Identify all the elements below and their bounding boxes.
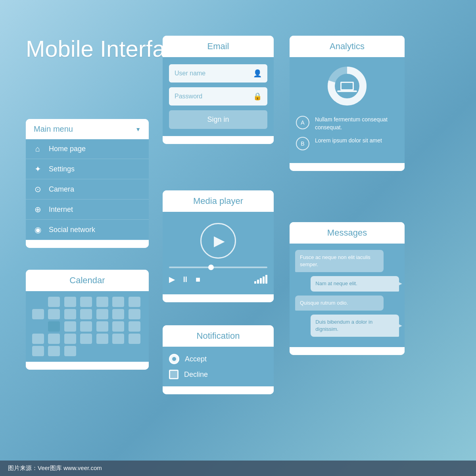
menu-footer [26,240,149,248]
cal-cell[interactable] [112,309,124,319]
cal-cell[interactable] [96,321,108,332]
cal-cell[interactable] [129,297,140,307]
cal-cell[interactable] [64,297,76,307]
analytics-item-b: B Lorem ipsum dolor sit amet [296,137,398,150]
bar3 [260,278,262,284]
cal-cell[interactable] [32,309,44,319]
cal-cell[interactable] [48,346,60,356]
cal-cell-highlight[interactable] [48,321,60,332]
cal-cell[interactable] [48,297,60,307]
cal-cell[interactable] [64,346,76,356]
cal-cell[interactable] [112,297,124,307]
watermark-text: 图片来源：Veer图库 www.veer.com [8,464,102,472]
volume-icon[interactable] [254,275,267,284]
calendar-card: Calendar [26,270,149,370]
cal-cell[interactable] [48,334,60,344]
cal-cell [32,297,44,307]
menu-label-home: Home page [49,145,86,153]
menu-item-social[interactable]: ◉ Social network [26,220,149,240]
menu-header-text: Main menu [34,125,73,134]
cal-cell[interactable] [80,334,92,344]
cal-cell[interactable] [96,309,108,319]
cal-cell [112,346,124,356]
menu-label-social: Social network [49,226,95,234]
cal-cell[interactable] [32,346,44,356]
svg-rect-4 [342,83,353,89]
accept-label: Accept [185,355,207,363]
calendar-grid [32,297,142,362]
menu-item-home[interactable]: ⌂ Home page [26,139,149,159]
chat-icon: ◉ [32,225,43,234]
cal-cell[interactable] [64,334,76,344]
analytics-item-a: A Nullam fermentum consequat consequat. [296,116,398,131]
calendar-header: Calendar [26,270,149,291]
cal-cell[interactable] [129,334,140,344]
menu-label-internet: Internet [49,205,73,214]
signin-button[interactable]: Sign in [169,110,267,129]
slider-thumb[interactable] [208,265,214,270]
menu-header[interactable]: Main menu ▼ [26,119,149,139]
email-body: User name 👤 Password 🔒 Sign in [163,57,274,136]
message-bubble-3: Quisque rutrum odio. [295,296,384,311]
bar5 [265,275,267,284]
messages-footer [290,347,405,355]
home-icon: ⌂ [32,144,43,154]
notification-card: Notification Accept Decline [163,325,274,394]
badge-b: B [296,137,309,150]
cal-cell[interactable] [96,297,108,307]
donut-svg [325,64,369,108]
media-header: Media player [163,190,274,212]
notification-decline[interactable]: Decline [169,370,267,379]
notification-accept[interactable]: Accept [169,354,267,364]
menu-item-internet[interactable]: ⊕ Internet [26,200,149,220]
checkbox-decline[interactable] [169,370,178,379]
cal-cell[interactable] [48,309,60,319]
analytics-footer [290,163,405,171]
media-controls: ▶ ⏸ ■ [169,274,267,287]
bar4 [263,276,265,284]
email-footer [163,136,274,144]
pause-icon[interactable]: ⏸ [181,275,189,284]
menu-item-settings[interactable]: ✦ Settings [26,159,149,179]
analytics-body: A Nullam fermentum consequat consequat. … [290,57,405,163]
notification-footer [163,386,274,394]
cal-cell[interactable] [32,334,44,344]
password-field[interactable]: Password 🔒 [169,87,267,106]
cal-cell[interactable] [129,309,140,319]
notification-header: Notification [163,325,274,347]
radio-accept[interactable] [169,354,179,364]
cal-cell[interactable] [80,321,92,332]
badge-a: A [296,116,309,129]
username-field[interactable]: User name 👤 [169,64,267,83]
cal-cell[interactable] [129,321,140,332]
globe-icon: ⊕ [32,205,43,214]
chevron-down-icon: ▼ [135,126,141,132]
cal-cell[interactable] [80,309,92,319]
cal-cell[interactable] [96,334,108,344]
play-button[interactable]: ▶ [200,223,236,259]
donut-chart [296,64,398,108]
cal-cell [80,346,92,356]
cal-cell [32,321,44,332]
cal-cell [129,346,140,356]
play-icon: ▶ [214,232,225,249]
cal-cell [96,346,108,356]
messages-card: Messages Fusce ac neque non elit iaculis… [290,222,405,355]
menu-item-camera[interactable]: ⊙ Camera [26,179,149,200]
cal-cell[interactable] [80,297,92,307]
stop-icon[interactable]: ■ [196,275,200,284]
cal-cell[interactable] [64,321,76,332]
media-slider[interactable] [169,267,267,268]
play-small-icon[interactable]: ▶ [169,274,175,284]
decline-label: Decline [184,370,208,379]
email-card: Email User name 👤 Password 🔒 Sign in [163,36,274,144]
cal-cell[interactable] [112,334,124,344]
cal-cell[interactable] [112,321,124,332]
user-icon: 👤 [253,69,262,78]
lock-icon: 🔒 [253,92,262,101]
calendar-footer [26,362,149,370]
analytics-header: Analytics [290,36,405,57]
calendar-body [26,291,149,362]
cal-cell[interactable] [64,309,76,319]
camera-icon: ⊙ [32,184,43,194]
